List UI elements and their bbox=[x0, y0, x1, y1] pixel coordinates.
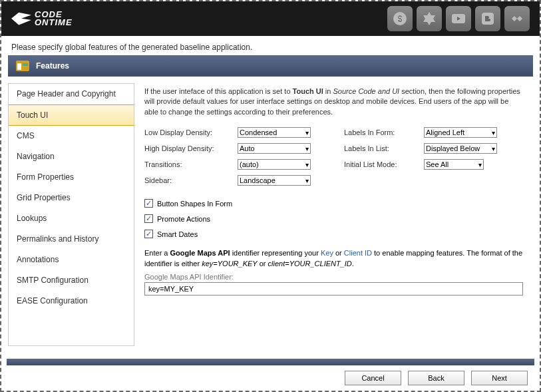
button-shapes-checkbox[interactable]: ✓ bbox=[144, 199, 153, 208]
handshake-icon[interactable] bbox=[504, 6, 530, 31]
chevron-down-icon: ▾ bbox=[305, 129, 309, 136]
cancel-button[interactable]: Cancel bbox=[345, 371, 401, 385]
sidebar-item-lookups[interactable]: Lookups bbox=[9, 208, 134, 229]
chevron-down-icon: ▾ bbox=[305, 161, 309, 168]
initial-list-select[interactable]: See All▾ bbox=[424, 159, 484, 170]
footer-bar bbox=[7, 359, 534, 365]
aperture-icon[interactable] bbox=[417, 6, 442, 31]
sidebar-item-ease[interactable]: EASE Configuration bbox=[9, 291, 134, 311]
sidebar-label: Sidebar: bbox=[144, 176, 238, 184]
checkbox-row-button-shapes: ✓ Button Shapes In Form bbox=[144, 199, 523, 208]
sidebar-item-permalinks[interactable]: Permalinks and History bbox=[9, 229, 134, 250]
api-identifier-input[interactable] bbox=[144, 282, 523, 295]
labels-form-select[interactable]: Aligned Left▾ bbox=[424, 127, 497, 138]
chevron-down-icon: ▾ bbox=[492, 145, 495, 152]
youtube-icon[interactable] bbox=[446, 6, 471, 31]
section-header: Features bbox=[8, 55, 533, 77]
promote-actions-checkbox[interactable]: ✓ bbox=[144, 214, 153, 223]
svg-rect-3 bbox=[17, 63, 21, 70]
maps-description: Enter a Google Maps API identifier repre… bbox=[144, 248, 523, 269]
sidebar-item-grid-properties[interactable]: Grid Properties bbox=[9, 188, 134, 208]
promote-actions-label: Promote Actions bbox=[157, 215, 210, 223]
button-shapes-label: Button Shapes In Form bbox=[157, 200, 232, 208]
section-title: Features bbox=[36, 61, 69, 71]
app-header: CODE ONTIME bbox=[1, 1, 540, 36]
smart-dates-label: Smart Dates bbox=[157, 230, 198, 238]
back-button[interactable]: Back bbox=[408, 371, 464, 385]
client-id-link[interactable]: Client ID bbox=[344, 249, 372, 257]
sidebar-item-annotations[interactable]: Annotations bbox=[9, 250, 134, 270]
checkbox-row-promote-actions: ✓ Promote Actions bbox=[144, 214, 523, 223]
transitions-label: Transitions: bbox=[144, 160, 238, 168]
footer: Cancel Back Next bbox=[7, 359, 534, 385]
low-density-label: Low Display Density: bbox=[144, 128, 238, 136]
next-button[interactable]: Next bbox=[471, 371, 528, 385]
sidebar-item-touch-ui[interactable]: Touch UI bbox=[9, 104, 134, 126]
sidebar: Page Header and Copyright Touch UI CMS N… bbox=[8, 83, 134, 346]
low-density-select[interactable]: Condensed▾ bbox=[238, 127, 311, 138]
main-area: Page Header and Copyright Touch UI CMS N… bbox=[1, 77, 540, 353]
sidebar-item-smtp[interactable]: SMTP Configuration bbox=[9, 270, 134, 291]
labels-list-label: Labels In List: bbox=[344, 144, 424, 152]
chevron-down-icon: ▾ bbox=[305, 177, 309, 184]
sidebar-item-page-header[interactable]: Page Header and Copyright bbox=[9, 84, 134, 104]
high-density-label: High Display Density: bbox=[144, 144, 238, 152]
chevron-down-icon: ▾ bbox=[478, 161, 482, 168]
sidebar-select[interactable]: Landscape▾ bbox=[238, 175, 311, 186]
sidebar-item-form-properties[interactable]: Form Properties bbox=[9, 167, 134, 188]
sidebar-item-cms[interactable]: CMS bbox=[9, 126, 134, 146]
blogger-icon[interactable] bbox=[475, 6, 500, 31]
logo: CODE ONTIME bbox=[11, 11, 73, 26]
logo-text-2: ONTIME bbox=[35, 19, 73, 27]
skype-icon[interactable] bbox=[387, 6, 413, 31]
transitions-select[interactable]: (auto)▾ bbox=[238, 159, 311, 170]
smart-dates-checkbox[interactable]: ✓ bbox=[144, 230, 153, 238]
checkboxes-group: ✓ Button Shapes In Form ✓ Promote Action… bbox=[144, 199, 523, 238]
intro-text: If the user inteface of this application… bbox=[144, 87, 523, 117]
initial-list-label: Initial List Mode: bbox=[344, 160, 424, 168]
svg-rect-4 bbox=[23, 63, 28, 66]
form-grid: Low Display Density: Condensed▾ Labels I… bbox=[144, 127, 523, 186]
checkbox-row-smart-dates: ✓ Smart Dates bbox=[144, 230, 523, 238]
labels-form-label: Labels In Form: bbox=[344, 128, 424, 136]
sidebar-item-navigation[interactable]: Navigation bbox=[9, 146, 134, 167]
high-density-select[interactable]: Auto▾ bbox=[238, 143, 311, 154]
content-panel: If the user inteface of this application… bbox=[134, 83, 533, 346]
key-link[interactable]: Key bbox=[321, 249, 333, 257]
api-identifier-label: Google Maps API Identifier: bbox=[144, 273, 523, 281]
wing-icon bbox=[11, 12, 31, 25]
header-icons bbox=[387, 6, 530, 31]
chevron-down-icon: ▾ bbox=[492, 129, 495, 136]
page-subtitle: Please specify global features of the ge… bbox=[1, 36, 540, 55]
features-icon bbox=[15, 58, 31, 74]
footer-buttons: Cancel Back Next bbox=[7, 371, 534, 385]
chevron-down-icon: ▾ bbox=[305, 145, 309, 152]
labels-list-select[interactable]: Displayed Below▾ bbox=[424, 143, 497, 154]
